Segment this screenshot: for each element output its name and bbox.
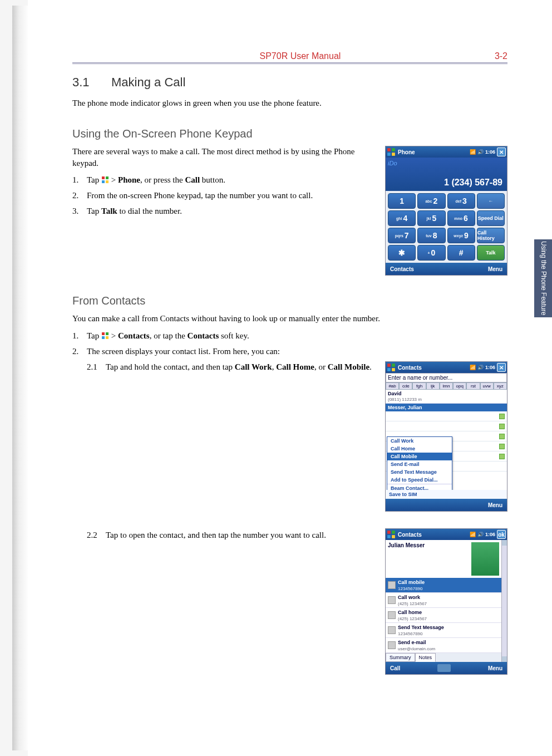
keypad-grid: 1 abc2 def3 ← ghi4 jkl5 mno6 Speed Dial …	[386, 191, 507, 263]
key-star[interactable]: ✱	[388, 245, 416, 261]
section-heading: 3.1Making a Call	[72, 75, 507, 90]
svg-rect-19	[392, 535, 395, 538]
sip-button[interactable]	[437, 664, 451, 672]
softkey-bar: Menu	[386, 499, 507, 511]
alpha-tab[interactable]: uvw	[480, 382, 494, 390]
keypad-intro: There are several ways to make a call. T…	[72, 146, 374, 169]
titlebar: Contacts 📶 🔊 1:06 ok	[386, 529, 507, 540]
keypad-two-col: There are several ways to make a call. T…	[72, 146, 507, 276]
ok-button[interactable]: ok	[497, 530, 506, 539]
softkey-menu[interactable]: Menu	[488, 266, 502, 272]
svg-rect-0	[102, 176, 105, 179]
alpha-tab[interactable]: rst	[466, 382, 480, 390]
contacts-list-screenshot: Contacts 📶 🔊 1:06 ✕ Enter a name or numb…	[385, 361, 507, 512]
key-8[interactable]: tuv8	[417, 228, 445, 243]
action-send-email[interactable]: Send e-mailuser@domain.com	[386, 638, 501, 653]
key-7[interactable]: pqrs7	[388, 228, 416, 243]
contact-row[interactable]	[386, 411, 507, 421]
key-backspace[interactable]: ←	[477, 193, 505, 209]
sim-icon	[499, 424, 505, 429]
alpha-tab[interactable]: #ab	[386, 382, 399, 390]
contact-detail-screenshot: Contacts 📶 🔊 1:06 ok Julian Messer	[385, 528, 507, 675]
contact-row-selected[interactable]: Messer, Julian	[386, 404, 507, 411]
key-5[interactable]: jkl5	[417, 210, 445, 226]
chapter-tab: Using the Phone Feature	[534, 239, 552, 317]
key-3[interactable]: def3	[447, 193, 475, 209]
scroll-up-icon[interactable]	[502, 540, 507, 546]
softkey-menu[interactable]: Menu	[488, 502, 502, 508]
key-9[interactable]: wxyz9	[447, 228, 475, 243]
alpha-tab[interactable]: xyz	[494, 382, 507, 390]
menu-item-call-mobile[interactable]: Call Mobile	[387, 453, 452, 460]
action-call-home[interactable]: Call home(425) 1234567	[386, 608, 501, 623]
menu-item-send-text[interactable]: Send Text Message	[387, 468, 452, 476]
alpha-tab[interactable]: cde	[399, 382, 412, 390]
alpha-tab[interactable]: fgh	[412, 382, 426, 390]
titlebar: Contacts 📶 🔊 1:06 ✕	[386, 362, 507, 373]
windows-start-icon[interactable]	[387, 363, 396, 372]
menu-item-beam[interactable]: Beam Contact...	[387, 484, 452, 490]
signal-icon: 📶	[470, 532, 476, 537]
page-number: 3-2	[495, 51, 507, 61]
menu-item-call-work[interactable]: Call Work	[387, 437, 452, 445]
softkey-bar: Contacts Menu	[386, 263, 507, 275]
key-2[interactable]: abc2	[417, 193, 445, 209]
alpha-tab[interactable]: lmn	[440, 382, 453, 390]
clock-text: 1:06	[485, 149, 495, 155]
key-6[interactable]: mno6	[447, 210, 475, 226]
menu-item-send-email[interactable]: Send E-mail	[387, 460, 452, 468]
svg-rect-8	[102, 332, 105, 335]
dial-display-wrap: iDo 1 (234) 567-89	[386, 158, 507, 191]
section-title: Making a Call	[111, 75, 185, 89]
dialed-number: 1 (234) 567-89	[386, 158, 507, 191]
tab-notes[interactable]: Notes	[415, 653, 436, 662]
close-button[interactable]: ✕	[497, 363, 506, 372]
tab-summary[interactable]: Summary	[386, 653, 415, 662]
scroll-down-icon[interactable]	[502, 656, 507, 662]
softkey-contacts[interactable]: Contacts	[390, 266, 414, 272]
action-call-work[interactable]: Call work(425) 1234567	[386, 593, 501, 608]
alpha-tab[interactable]: ijk	[426, 382, 440, 390]
softkey-menu[interactable]: Menu	[488, 665, 502, 671]
search-input[interactable]: Enter a name or number...	[386, 373, 507, 382]
key-talk[interactable]: Talk	[477, 245, 505, 261]
svg-rect-17	[392, 531, 395, 534]
sim-icon	[499, 444, 505, 449]
action-call-mobile[interactable]: Call mobile1234567890	[386, 578, 501, 593]
mobile-icon	[388, 581, 396, 589]
alpha-tabs[interactable]: #ab cde fgh ijk lmn opq rst uvw xyz	[386, 382, 507, 390]
save-to-sim-link[interactable]: Save to SIM	[386, 490, 507, 499]
contact-name: Julian Messer	[386, 540, 469, 578]
sms-icon	[388, 626, 396, 634]
subsection-keypad-heading: Using the On-Screen Phone Keypad	[72, 127, 507, 140]
contact-row[interactable]	[386, 421, 507, 431]
key-1[interactable]: 1	[388, 193, 416, 209]
step-text: Tap Talk to dial the number.	[87, 205, 374, 217]
sim-icon	[499, 454, 505, 459]
menu-item-call-home[interactable]: Call Home	[387, 445, 452, 453]
key-4[interactable]: ghi4	[388, 210, 416, 226]
menu-item-speed-dial[interactable]: Add to Speed Dial...	[387, 476, 452, 484]
windows-start-icon[interactable]	[387, 148, 396, 156]
action-send-text[interactable]: Send Text Message1234567890	[386, 623, 501, 638]
signal-icon: 📶	[470, 365, 476, 370]
speaker-icon: 🔊	[477, 149, 484, 155]
key-0[interactable]: +0	[417, 245, 445, 261]
close-button[interactable]: ✕	[497, 148, 506, 156]
keypad-steps: 1. Tap > Phone, or press the Call button…	[72, 174, 374, 217]
svg-rect-14	[387, 368, 391, 371]
contact-row[interactable]: David (0811) 112233 m	[386, 390, 507, 404]
step-num: 2.	[72, 190, 87, 201]
step-num: 3.	[72, 205, 87, 217]
key-hash[interactable]: #	[447, 245, 475, 261]
svg-rect-3	[106, 180, 109, 183]
key-speed-dial[interactable]: Speed Dial	[477, 210, 505, 226]
key-call-history[interactable]: Call History	[477, 228, 505, 243]
windows-start-icon[interactable]	[387, 530, 396, 539]
alpha-tab[interactable]: opq	[453, 382, 466, 390]
svg-rect-11	[106, 336, 109, 339]
scrollbar[interactable]	[501, 540, 507, 662]
softkey-call[interactable]: Call	[390, 665, 400, 671]
sim-icon	[499, 434, 505, 439]
substep-text: Tap to open the contact, and then tap th…	[106, 529, 374, 541]
